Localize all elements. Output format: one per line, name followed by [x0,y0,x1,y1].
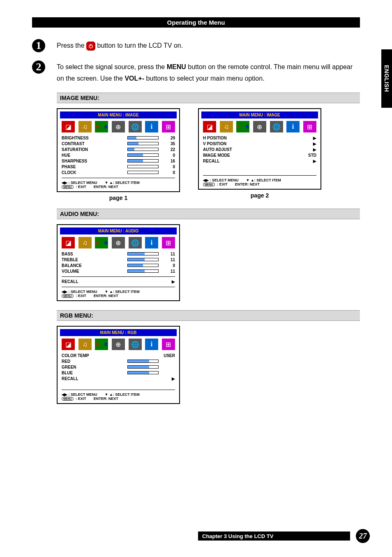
menu-row: SATURATION22 [62,146,175,152]
footer-chapter: Chapter 3 Using the LCD TV [198,531,350,541]
target-icon: ⊕ [112,237,125,248]
step2-b2: VOL+- [125,75,144,82]
menu-row: H POSITION▶ [203,135,316,141]
menu-row: CLOCK0 [62,169,175,175]
rgb-icon [236,121,249,132]
hints: ◀▶ : SELECT MENU▼ ▲: SELECT ITEM MENU : … [58,179,179,191]
globe-icon: 🌐 [129,121,142,132]
globe-icon: 🌐 [129,237,142,248]
menu-row: TREBLE11 [62,257,175,262]
menu-row: VOLUME11 [62,268,175,274]
panel-rgb: MAIN MENU : RGB ◪ ♫ ⊕ 🌐 i ⊞ COLOR TEMPUS… [57,326,180,404]
info-icon: i [145,121,158,132]
image-icon: ◪ [62,339,75,350]
step2-t3: buttons to select your main menu option. [144,75,265,82]
step1-post: button to turn the LCD TV on. [97,42,183,49]
icon-row: ◪ ♫ ⊕ 🌐 i ⊞ [58,118,179,134]
globe-icon: 🌐 [129,339,142,350]
rgb-icon [95,121,108,132]
image-icon: ◪ [203,121,216,132]
menu-row: HUE0 [62,152,175,158]
step-2: 2 To select the signal source, press the… [32,60,360,84]
menu-row: SHARPNESS16 [62,158,175,164]
hints: ◀▶ : SELECT MENU▼ ▲: SELECT ITEM MENU : … [58,288,179,300]
panel-title: MAIN MENU : AUDIO [60,227,177,234]
menu-row: BRIGHTNESS29 [62,135,175,141]
panel-title: MAIN MENU : RGB [60,329,177,336]
panel-image-page1: MAIN MENU : IMAGE ◪ ♫ ⊕ 🌐 i ⊞ BRIGHTNESS… [57,108,180,192]
grid-icon: ⊞ [162,121,175,132]
menu-row: BASS11 [62,251,175,257]
step2-t1: To select the signal source, press the [57,63,167,70]
info-icon: i [286,121,300,132]
step-1: 1 Press the button to turn the LCD TV on… [32,39,360,52]
icon-row: ◪ ♫ ⊕ 🌐 i ⊞ [58,234,179,250]
image-icon: ◪ [62,121,75,132]
heading-image-menu: IMAGE MENU: [57,93,360,103]
power-icon [86,42,95,51]
page-label-2: page 2 [251,192,269,199]
icon-row: ◪ ♫ ⊕ 🌐 i ⊞ [199,118,321,134]
menu-row: AUTO ADJUST▶ [203,146,316,152]
hints: ◀▶ : SELECT MENU▼ ▲: SELECT ITEM MENU : … [199,176,321,189]
section-title: Operating the Menu [32,17,360,28]
menu-row: RED [62,358,175,364]
target-icon: ⊕ [112,339,125,350]
grid-icon: ⊞ [162,339,175,350]
audio-icon: ♫ [78,121,92,132]
language-tab: ENGLISH [381,49,392,108]
info-icon: i [145,339,158,350]
menu-row: IMAGE MODESTD [203,152,316,158]
info-icon: i [145,237,158,248]
grid-icon: ⊞ [303,121,316,132]
menu-row: V POSITION▶ [203,141,316,146]
menu-row: GREEN [62,364,175,370]
hints: ◀▶ : SELECT MENU▼ ▲: SELECT ITEM MENU : … [58,391,179,403]
heading-audio-menu: AUDIO MENU: [57,209,360,219]
target-icon: ⊕ [253,121,266,132]
page-number: 27 [356,529,370,543]
audio-icon: ♫ [78,339,92,350]
audio-icon: ♫ [220,121,233,132]
globe-icon: 🌐 [270,121,283,132]
rgb-icon [95,237,108,248]
rgb-icon [95,339,108,350]
step-number-2: 2 [32,60,45,74]
audio-icon: ♫ [78,237,92,248]
menu-row: CONTRAST35 [62,141,175,146]
target-icon: ⊕ [112,121,125,132]
panel-image-page2: MAIN MENU : IMAGE ◪ ♫ ⊕ 🌐 i ⊞ H POSITION… [198,108,321,190]
image-icon: ◪ [62,237,75,248]
page-label-1: page 1 [109,195,127,201]
menu-row: BLUE [62,370,175,376]
grid-icon: ⊞ [162,237,175,248]
panel-title: MAIN MENU : IMAGE [60,111,177,118]
menu-row: BALANCE0 [62,262,175,268]
heading-rgb-menu: RGB MENU: [57,310,360,321]
menu-row: RECALL▶ [203,158,316,164]
step-number-1: 1 [32,39,45,52]
icon-row: ◪ ♫ ⊕ 🌐 i ⊞ [58,336,179,352]
step1-pre: Press the [57,42,86,49]
panel-audio: MAIN MENU : AUDIO ◪ ♫ ⊕ 🌐 i ⊞ BASS11TREB… [57,224,180,301]
panel-title: MAIN MENU : IMAGE [201,111,318,118]
step2-b1: MENU [167,63,186,70]
menu-row: PHASE0 [62,164,175,169]
